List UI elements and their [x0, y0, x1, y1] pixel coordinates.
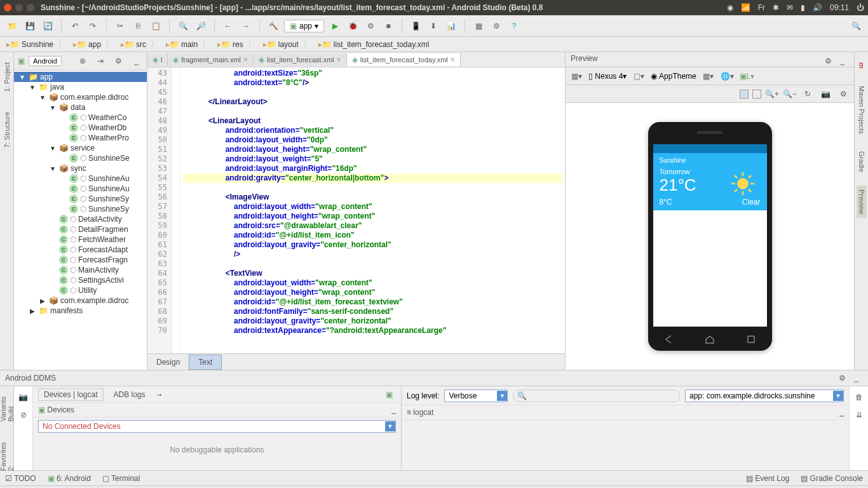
tab-android[interactable]: ▣ 6: Android	[48, 474, 91, 483]
tree-node[interactable]: C ⬡ SunshineAu	[14, 173, 147, 184]
theme-dropdown[interactable]: ◉ AppTheme	[651, 72, 696, 81]
gear-icon[interactable]: ⚙	[111, 54, 125, 68]
zoom-out-icon[interactable]: 🔍−	[783, 87, 797, 101]
orientation-icon[interactable]: ▢▾	[632, 69, 646, 83]
zoom-actual-icon[interactable]	[752, 90, 761, 98]
tree-node[interactable]: C ⬡ SunshineSy	[14, 204, 147, 214]
tree-node[interactable]: C ⬡ ForecastAdapt	[14, 245, 147, 255]
tab-todo[interactable]: ☑ TODO	[5, 474, 36, 483]
hide-icon[interactable]: ⎯	[835, 54, 849, 68]
device-dropdown[interactable]: ▯ Nexus 4▾	[588, 72, 627, 81]
editor-tab[interactable]: ◈ fragment_main.xml ×	[168, 53, 254, 66]
run-config-dropdown[interactable]: ▣app▾	[284, 20, 324, 32]
sdk-icon[interactable]: ⬇	[426, 19, 440, 33]
run-icon[interactable]: ▶	[328, 19, 342, 33]
attach-icon[interactable]: ⚙	[363, 19, 377, 33]
breadcrumb-item[interactable]: ▸📁 Sunshine	[4, 39, 71, 50]
tab-project[interactable]: 1: Project	[2, 58, 12, 95]
paste-icon[interactable]: 📋	[149, 19, 163, 33]
loglevel-dropdown[interactable]: Verbose▼	[444, 390, 508, 402]
tree-node[interactable]: ▼📁 app	[14, 72, 147, 82]
breadcrumb-item[interactable]: ▸📁 src	[118, 39, 163, 50]
tab-commander[interactable]: m	[857, 58, 867, 72]
device-dropdown[interactable]: No Connected Devices▼	[38, 420, 396, 433]
gear-icon[interactable]: ⚙	[835, 371, 849, 385]
tree-node[interactable]: C ⬡ FetchWeather	[14, 234, 147, 245]
replace-icon[interactable]: 🔎	[194, 19, 208, 33]
back-icon[interactable]: ←	[221, 19, 235, 33]
tree-node[interactable]: ▼📁 java	[14, 82, 147, 92]
gear-icon[interactable]: ⚙	[821, 54, 835, 68]
api-dropdown[interactable]: ▣L▾	[740, 72, 755, 81]
tree-node[interactable]: ▼📦 sync	[14, 163, 147, 173]
wifi-icon[interactable]: 📶	[741, 3, 750, 12]
forward-icon[interactable]: →	[239, 19, 253, 33]
volume-icon[interactable]: 🔊	[813, 3, 822, 12]
editor-tab[interactable]: ◈ l	[147, 53, 168, 66]
make-icon[interactable]: 🔨	[266, 19, 280, 33]
breadcrumb-item[interactable]: ▸📁 app	[71, 39, 118, 50]
breadcrumb-item[interactable]: ▸📁 layout	[261, 39, 316, 50]
battery-icon[interactable]: ▮	[801, 3, 805, 12]
zoom-in-icon[interactable]: 🔍+	[765, 87, 779, 101]
stop-icon[interactable]: ■	[381, 19, 395, 33]
bluetooth-icon[interactable]: ✱	[773, 3, 779, 12]
tab-preview[interactable]: Preview	[857, 186, 867, 218]
tree-node[interactable]: C ⬡ Utility	[14, 285, 147, 295]
hide-icon[interactable]: ⎯	[129, 54, 143, 68]
tree-node[interactable]: C ⬡ SunshineSe	[14, 153, 147, 163]
debug-icon[interactable]: 🐞	[346, 19, 360, 33]
tab-gradle-console[interactable]: ▤ Gradle Console	[801, 474, 863, 483]
tree-node[interactable]: C ⬡ ForecastFragn	[14, 255, 147, 265]
help-icon[interactable]: ?	[507, 19, 521, 33]
power-icon[interactable]: ⏻	[857, 3, 864, 12]
project-tree[interactable]: ▼📁 app▼📁 java▼📦 com.example.didroc▼📦 dat…	[14, 71, 147, 370]
breadcrumb-item[interactable]: ▸📁 main	[163, 39, 215, 50]
logcat-search[interactable]: 🔍	[513, 390, 680, 402]
tab-devices-logcat[interactable]: Devices | logcat	[38, 388, 104, 401]
scroll-icon[interactable]: ⇊	[852, 408, 866, 422]
tree-node[interactable]: C ⬡ WeatherCo	[14, 112, 147, 123]
tab-event-log[interactable]: ▤ Event Log	[746, 474, 789, 483]
tree-node[interactable]: C ⬡ WeatherDb	[14, 123, 147, 133]
locale-icon[interactable]: 🌐▾	[721, 69, 735, 83]
breadcrumb-item[interactable]: ▸📁 res	[215, 39, 261, 50]
code-editor[interactable]: android:textSize="36sp" android:text="8°…	[180, 67, 565, 353]
tab-structure[interactable]: 7: Structure	[2, 108, 12, 152]
tab-adb-logs[interactable]: ADB logs	[109, 389, 151, 400]
tab-gradle[interactable]: Gradle	[857, 147, 867, 176]
render-icon[interactable]: ▦▾	[569, 69, 583, 83]
structure-icon[interactable]: ▦	[471, 19, 485, 33]
refresh-icon[interactable]: ↻	[801, 87, 815, 101]
undo-icon[interactable]: ↶	[68, 19, 82, 33]
fold-gutter[interactable]	[172, 67, 180, 353]
avd-icon[interactable]: 📱	[409, 19, 423, 33]
lang-indicator[interactable]: Fr	[758, 3, 765, 12]
tree-node[interactable]: C ⬡ DetailActivity	[14, 214, 147, 224]
search-everywhere-icon[interactable]: 🔍	[849, 19, 863, 33]
save-icon[interactable]: 💾	[23, 19, 37, 33]
design-tab[interactable]: Design	[147, 355, 189, 369]
editor-tab[interactable]: ◈ list_item_forecast_today.xml ×	[347, 53, 461, 66]
tree-node[interactable]: C ⬡ MainActivity	[14, 265, 147, 275]
hide-icon[interactable]: ⎯	[849, 371, 863, 385]
tree-node[interactable]: ▼📦 com.example.didroc	[14, 92, 147, 102]
settings-icon[interactable]: ⚙	[489, 19, 503, 33]
tree-node[interactable]: ▶📦 com.example.didroc	[14, 295, 147, 306]
tree-node[interactable]: C ⬡ WeatherPro	[14, 133, 147, 143]
redo-icon[interactable]: ↷	[86, 19, 100, 33]
tab-build-variants[interactable]: Build Variants	[0, 393, 16, 426]
copy-icon[interactable]: ⎘	[131, 19, 145, 33]
tab-favorites[interactable]: 2: Favorites	[0, 438, 16, 475]
tree-node[interactable]: C ⬡ SunshineAu	[14, 184, 147, 194]
clock[interactable]: 09:11	[830, 3, 849, 12]
breadcrumb-item[interactable]: ▸📁 list_item_forecast_today.xml	[316, 40, 439, 49]
activity-icon[interactable]: ▦▾	[702, 69, 715, 83]
cut-icon[interactable]: ✂	[113, 19, 127, 33]
sync-icon[interactable]: 🔄	[41, 19, 55, 33]
settings-icon[interactable]: ⚙	[836, 87, 850, 101]
text-tab[interactable]: Text	[189, 355, 222, 370]
tree-node[interactable]: C ⬡ SunshineSy	[14, 194, 147, 204]
tree-node[interactable]: ▶📁 manifests	[14, 306, 147, 316]
close-window-button[interactable]	[4, 4, 11, 11]
